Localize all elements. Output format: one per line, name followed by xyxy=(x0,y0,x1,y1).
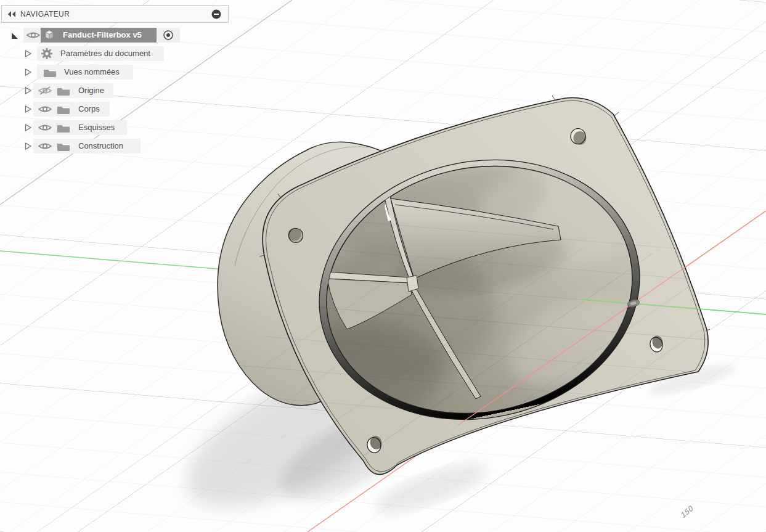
tree-row-construction[interactable]: Construction xyxy=(0,139,210,153)
minimize-panel-icon[interactable] xyxy=(211,9,222,20)
panel-title: NAVIGATEUR xyxy=(20,10,70,18)
folder-icon xyxy=(43,67,57,77)
folder-icon xyxy=(57,141,70,151)
activate-component-radio-icon[interactable] xyxy=(163,30,174,41)
expand-icon[interactable] xyxy=(25,50,32,57)
expand-icon[interactable] xyxy=(25,105,32,113)
expand-icon[interactable] xyxy=(25,142,32,150)
folder-icon xyxy=(57,104,70,114)
folder-icon xyxy=(57,86,70,96)
collapse-panel-icon[interactable] xyxy=(7,10,17,18)
expand-icon[interactable] xyxy=(25,124,32,131)
visibility-eye-icon[interactable] xyxy=(38,123,52,133)
tree-item-label[interactable]: Paramètres du document xyxy=(60,46,150,61)
tree-item-label[interactable]: Corps xyxy=(78,102,100,117)
component-cube-icon xyxy=(43,29,55,41)
visibility-eye-icon[interactable] xyxy=(38,141,52,151)
navigator-header: NAVIGATEUR xyxy=(1,5,229,23)
tree-row-sketches[interactable]: Esquisses xyxy=(0,120,210,135)
fusion360-window: 150 NAVIGATEUR xyxy=(0,0,766,532)
hole-left xyxy=(288,228,303,243)
visibility-eye-icon[interactable] xyxy=(26,30,40,40)
expand-collapse-icon[interactable] xyxy=(11,32,18,39)
visibility-off-eye-icon[interactable] xyxy=(38,86,52,96)
tree-item-label[interactable]: Origine xyxy=(78,83,104,98)
tree-item-label[interactable]: Esquisses xyxy=(78,120,115,135)
tree-row-origin[interactable]: Origine xyxy=(0,83,210,98)
folder-icon xyxy=(57,123,70,133)
tree-row-bodies[interactable]: Corps xyxy=(0,102,210,117)
root-component-label[interactable]: Fanduct-Filterbox v5 xyxy=(63,28,142,43)
navigator-panel: NAVIGATEUR Fanduct-Filterbox v5 xyxy=(0,0,247,160)
tree-row-root[interactable]: Fanduct-Filterbox v5 xyxy=(0,28,210,43)
rib-hub xyxy=(407,276,418,292)
gear-icon xyxy=(41,47,53,60)
tree-row-named-views[interactable]: Vues nommées xyxy=(0,65,210,80)
expand-icon[interactable] xyxy=(25,87,32,94)
tree-item-label[interactable]: Construction xyxy=(78,139,123,153)
visibility-eye-icon[interactable] xyxy=(38,104,52,114)
tree-item-label[interactable]: Vues nommées xyxy=(64,65,120,80)
expand-icon[interactable] xyxy=(25,68,32,76)
tree-row-document-settings[interactable]: Paramètres du document xyxy=(0,46,210,61)
